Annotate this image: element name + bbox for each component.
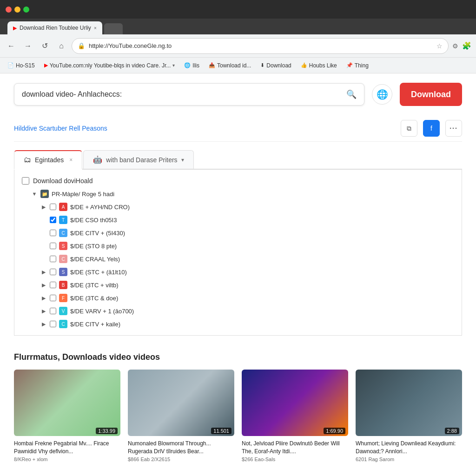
list-item: ▶ C $/DE CITV + kaile) [22,317,454,331]
expand-arrow-1[interactable]: ▶ [40,204,47,210]
bookmark-icon-houbs: 👍 [301,62,307,68]
back-button[interactable]: ← [5,40,18,53]
browser-tab-active[interactable]: ▶ Download Rien Toublee Urliy × [7,21,102,34]
item-checkbox-4[interactable] [50,243,56,249]
bookmark-label-houbs: Houbs Like [309,62,337,69]
bookmark-label-town: Townload id... [217,62,251,69]
page-content: download video- Anhlacheccs: 🔍 🌐 Downloa… [0,73,476,476]
item-checkbox-2[interactable] [50,217,56,223]
item-checkbox-9[interactable] [50,308,56,314]
minimize-window-button[interactable] [14,7,20,13]
bookmark-item-download[interactable]: ⬇ Download [258,61,293,70]
item-checkbox-6[interactable] [50,269,56,275]
item-icon-10: C [59,320,67,328]
tab-close-egintades[interactable]: × [69,157,73,163]
extensions-icon[interactable]: 🧩 [462,41,471,50]
bookmark-star-icon[interactable]: ☆ [436,42,443,50]
item-icon-5: C [59,255,67,263]
browser-tab-label: Download Rien Toublee Urliy [20,25,91,31]
browser-tab-new[interactable] [104,23,123,34]
video-duration-4: 2:88 [445,428,459,434]
item-icon-8: F [59,294,67,302]
item-label-2: $/DE CSO th05I3 [70,217,117,224]
main-download-button[interactable]: Download [400,83,462,106]
traffic-lights [6,7,29,13]
list-item: T $/DE CSO th05I3 [22,213,454,226]
browser-titlebar [0,0,476,19]
expand-arrow-4 [40,243,47,249]
video-meta-3: $266 Eao-Sals [242,456,348,462]
list-item: ▶ F $/DE (3TC & doe) [22,291,454,304]
expand-arrow-8[interactable]: ▶ [40,295,47,301]
video-thumb-4: 2:88 [356,370,462,436]
share-link[interactable]: Hilddive Scartuber Rell Peasons [14,125,395,132]
tree-root-item: ▼ 📁 PR-Màple/ Roge 5 hadi [22,187,454,200]
tab-dropdown-darase[interactable]: ▾ [181,157,184,163]
video-card-1[interactable]: 1:33.99 Hombai Frekne Pegabrial Mv.... F… [14,370,120,462]
reload-button[interactable]: ↺ [38,40,51,53]
bookmark-dropdown-yt[interactable]: ▾ [172,63,175,68]
item-checkbox-5[interactable] [50,256,56,262]
tab-egintades[interactable]: 🗂 Egintades × [14,150,82,170]
video-thumb-2: 11.501 [128,370,234,436]
item-checkbox-7[interactable] [50,282,56,288]
video-title-3: Not, Jelvload Pliire Dowlnutō Beder Will… [242,440,348,456]
bookmark-icon-thing: 📌 [346,62,353,68]
list-item: C $/DE CRAAL Yels) [22,252,454,265]
expand-arrow-6[interactable]: ▶ [40,269,47,275]
item-checkbox-10[interactable] [50,321,56,327]
item-icon-9: V [59,307,67,315]
search-icon[interactable]: 🔍 [346,89,357,99]
lock-icon: 🔒 [78,42,85,49]
video-card-4[interactable]: 2:88 Whumort; Lieving Downliead Keaydium… [356,370,462,462]
item-icon-6: S [59,268,67,276]
bookmark-item-houbs[interactable]: 👍 Houbs Like [299,61,339,70]
bookmark-item-thing[interactable]: 📌 Thing [344,61,370,70]
item-icon-4: S [59,242,67,250]
address-bar[interactable]: 🔒 httple://YouTube.coneGle.ng.to ☆ [72,38,449,54]
item-label-1: $/DE + AYH/ND CRO) [70,204,130,211]
item-label-10: $/DE CITV + kaile) [70,321,120,328]
select-all-label: Download doviHoald [33,177,93,185]
video-duration-1: 1:33.99 [96,428,118,434]
bookmark-item-town[interactable]: 📥 Townload id... [207,61,253,70]
tab-label-egintades: Egintades [35,156,64,164]
bookmark-label-thing: Thing [355,62,369,69]
root-item-label: PR-Màple/ Roge 5 hadi [52,191,114,198]
expand-arrow-9[interactable]: ▶ [40,308,47,314]
tab-darase[interactable]: 🤖 with band Darase Priters ▾ [83,150,193,169]
video-card-2[interactable]: 11.501 Numonaled Blowmoral Through... Ru… [128,370,234,462]
expand-arrow-7[interactable]: ▶ [40,282,47,288]
select-all-checkbox[interactable] [22,177,29,185]
bookmark-label-yt: YouTube.com:nly Youtibe-blqs in video Ca… [50,62,171,69]
expand-arrow-root[interactable]: ▼ [31,191,38,197]
facebook-share-button[interactable]: f [423,120,440,137]
close-window-button[interactable] [6,7,12,13]
copy-button[interactable]: ⧉ [401,120,417,137]
item-checkbox-8[interactable] [50,295,56,301]
bookmark-label-ho: Ho-S15 [16,62,35,69]
browser-settings-icon[interactable]: ⚙ [452,42,458,50]
bookmark-item-ilis[interactable]: 🌐 Ilis [182,61,201,70]
videos-grid: 1:33.99 Hombai Frekne Pegabrial Mv.... F… [14,370,462,462]
bookmark-item-ho[interactable]: 📄 Ho-S15 [6,61,37,70]
bookmark-item-yt[interactable]: ▶ YouTube.com:nly Youtibe-blqs in video … [42,61,177,70]
list-item: ▶ A $/DE + AYH/ND CRO) [22,200,454,213]
list-item: C $/DE CITV + (5I430) [22,226,454,239]
forward-button[interactable]: → [21,40,34,53]
bookmark-icon-town: 📥 [209,62,215,68]
more-share-button[interactable]: ··· [445,120,462,137]
item-label-8: $/DE (3TC & doe) [70,295,118,302]
item-icon-2: T [59,216,67,224]
tab-close-button[interactable]: × [94,26,97,31]
expand-arrow-10[interactable]: ▶ [40,321,47,327]
video-card-3[interactable]: 1:69.90 Not, Jelvload Pliire Dowlnutō Be… [242,370,348,462]
home-button[interactable]: ⌂ [55,40,68,53]
globe-button[interactable]: 🌐 [372,84,392,105]
item-checkbox-3[interactable] [50,230,56,236]
item-checkbox-1[interactable] [50,204,56,210]
maximize-window-button[interactable] [23,7,29,13]
item-icon-3: C [59,229,67,237]
list-item: ▶ V $/DE VARV + 1 (āo700) [22,304,454,317]
search-bar[interactable]: download video- Anhlacheccs: 🔍 [14,83,364,106]
